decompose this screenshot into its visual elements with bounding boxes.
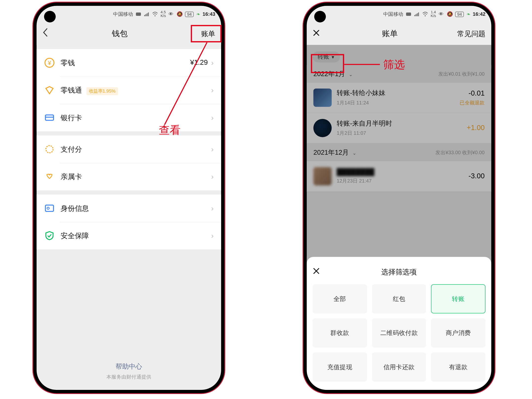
chevron-right-icon: ›	[211, 58, 214, 67]
yield-badge: 收益率1.95%	[86, 87, 118, 95]
month-header-1[interactable]: 2022年1月 ⌄ 发出¥0.01 收到¥1.00	[307, 65, 491, 83]
chevron-right-icon: ›	[211, 145, 214, 153]
row-value: ¥1.29	[190, 59, 208, 67]
txn-amount: +1.00	[467, 124, 485, 132]
filter-opt-transfer[interactable]: 转账	[431, 284, 485, 313]
svg-rect-16	[417, 13, 418, 16]
net-speed: 4.5K/s	[161, 10, 166, 18]
row-security[interactable]: 安全保障 ›	[37, 222, 221, 249]
faq-button[interactable]: 常见问题	[452, 29, 485, 38]
help-link[interactable]: 帮助中心	[37, 363, 221, 371]
row-identity[interactable]: 身份信息 ›	[37, 195, 221, 222]
row-bank[interactable]: 银行卡 ›	[37, 104, 221, 131]
battery-icon: 94	[455, 11, 464, 17]
side-button	[221, 68, 224, 93]
filter-opt-qr[interactable]: 二维码收付款	[372, 318, 426, 348]
chevron-down-icon: ▼	[331, 55, 335, 59]
avatar	[313, 167, 332, 185]
clock: 16:43	[202, 11, 215, 17]
sheet-close-button[interactable]	[313, 266, 325, 277]
side-button	[491, 131, 494, 176]
txn-time: 12月23日 21:47	[337, 177, 468, 184]
row-balance[interactable]: ¥ 零钱 ¥1.29 ›	[37, 49, 221, 76]
filter-opt-topup[interactable]: 充值提现	[313, 352, 367, 382]
avatar	[313, 119, 332, 137]
filter-opt-all[interactable]: 全部	[313, 284, 367, 313]
transaction-row[interactable]: 转账-转给小妹妹 1月14日 11:24 -0.01 已全额退款	[307, 83, 491, 113]
net-speed: 1.4K/s	[431, 10, 436, 18]
diamond-icon	[44, 85, 55, 96]
row-label: 支付分	[61, 144, 211, 154]
filter-opt-card[interactable]: 信用卡还款	[372, 352, 426, 382]
section-pay: 支付分 › 亲属卡 ›	[37, 135, 221, 190]
svg-point-5	[155, 15, 156, 16]
battery-icon: 94	[185, 11, 194, 17]
filter-opt-refund[interactable]: 有退款	[431, 352, 485, 382]
month-summary: 发出¥0.01 收到¥1.00	[438, 71, 485, 78]
filter-opt-merchant[interactable]: 商户消费	[431, 318, 485, 348]
filter-opt-group[interactable]: 群收款	[313, 318, 367, 348]
filter-chip[interactable]: 转账 ▼	[313, 51, 340, 62]
svg-point-12	[47, 207, 49, 209]
filter-opt-hongbao[interactable]: 红包	[372, 284, 426, 313]
row-label: 亲属卡	[61, 172, 211, 182]
carrier-label: 中国移动	[383, 11, 403, 18]
filter-row: 转账 ▼	[307, 45, 491, 65]
side-button	[221, 131, 224, 176]
row-lct[interactable]: 零钱通 收益率1.95% ›	[37, 77, 221, 104]
svg-rect-17	[418, 13, 419, 16]
phone-wallet: 中国移动 4.5K/s 👁 🔕 94 ❧ 16:43 钱包 账单 ¥ 零钱 ¥1…	[33, 2, 224, 393]
status-bar: 中国移动 1.4K/s 👁 🔕 94 ❧ 16:42	[307, 6, 491, 23]
transaction-row[interactable]: 转账-来自月半明时 1月2日 11:07 +1.00	[307, 113, 491, 143]
eye-icon: 👁	[168, 11, 174, 17]
transaction-row[interactable]: ████████ 12月23日 21:47 -3.00	[307, 161, 491, 192]
provider-note: 本服务由财付通提供	[37, 374, 221, 381]
chevron-down-icon: ⌄	[352, 150, 356, 155]
txn-title: ████████	[337, 168, 468, 176]
txn-status: 已全额退款	[460, 99, 484, 106]
row-label: 零钱	[61, 58, 190, 67]
row-label: 零钱通 收益率1.95%	[61, 85, 211, 95]
svg-rect-0	[136, 13, 141, 16]
shield-icon	[44, 230, 55, 241]
signal-icon	[414, 11, 420, 17]
row-family[interactable]: 亲属卡 ›	[37, 163, 221, 190]
svg-rect-3	[147, 13, 148, 16]
svg-rect-13	[406, 13, 411, 16]
nav-bar: 钱包 账单	[37, 22, 221, 45]
row-score[interactable]: 支付分 ›	[37, 135, 221, 163]
sheet-title: 选择筛选项	[325, 267, 473, 277]
hd-icon	[406, 11, 412, 17]
bills-button[interactable]: 账单	[182, 29, 215, 38]
svg-point-18	[425, 15, 426, 16]
svg-text:¥: ¥	[48, 60, 51, 66]
txn-amount: -0.01	[460, 89, 484, 98]
camera-notch	[314, 11, 326, 22]
card-icon	[44, 112, 55, 123]
row-label: 身份信息	[61, 203, 211, 213]
chevron-right-icon: ›	[211, 86, 214, 94]
chevron-right-icon: ›	[211, 113, 214, 122]
id-icon	[44, 203, 55, 214]
svg-rect-14	[415, 15, 415, 16]
filter-options-grid: 全部 红包 转账 群收款 二维码收付款 商户消费 充值提现 信用卡还款 有退款	[313, 284, 485, 382]
svg-point-10	[46, 146, 53, 153]
section-security: 身份信息 › 安全保障 ›	[37, 195, 221, 249]
mute-icon: 🔕	[447, 11, 453, 17]
bills-content: 转账 ▼ 2022年1月 ⌄ 发出¥0.01 收到¥1.00 转账-转给小妹妹 …	[307, 45, 491, 390]
footer: 帮助中心 本服务由财付通提供	[37, 363, 221, 381]
svg-rect-1	[144, 15, 145, 16]
txn-title: 转账-来自月半明时	[337, 119, 467, 128]
mute-icon: 🔕	[177, 11, 183, 17]
avatar	[313, 88, 332, 107]
close-button[interactable]	[313, 28, 328, 39]
leaf-icon: ❧	[196, 11, 200, 17]
month-header-2[interactable]: 2021年12月 ⌄ 发出¥33.00 收到¥0.00	[307, 143, 491, 161]
gear-icon	[44, 144, 55, 155]
back-button[interactable]	[42, 28, 57, 39]
chevron-right-icon: ›	[211, 172, 214, 181]
month-label: 2022年1月 ⌄	[313, 70, 352, 79]
clock: 16:42	[473, 11, 485, 17]
txn-time: 1月2日 11:07	[337, 130, 467, 137]
signal-icon	[144, 11, 150, 17]
